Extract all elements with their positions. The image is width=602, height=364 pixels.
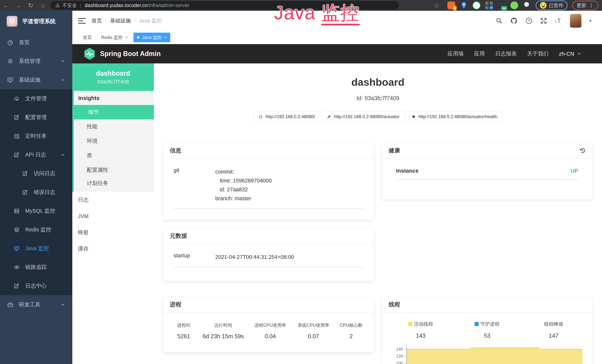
sba-nav-applications[interactable]: 应用 [474,50,485,57]
browser-reload-icon[interactable]: ↻ [24,2,37,9]
sidebar-item-file-manage[interactable]: 文件管理 [0,89,72,108]
address-separator: | [80,3,81,8]
sidebar-item-infra[interactable]: 基础设施 [0,70,72,89]
extension-icon-5[interactable] [510,1,518,9]
info-git-label: git [173,167,215,203]
sidebar-item-access-log[interactable]: 访问日志 [0,164,72,183]
browser-update-button[interactable]: 更新 ⋮ [572,1,598,10]
sidebar-item-api-log[interactable]: API 日志 [0,145,72,164]
edit-icon [22,189,28,195]
github-icon[interactable] [510,17,518,24]
legend-yellow-swatch [408,322,412,326]
insight-item-scheduled-tasks[interactable]: 计划任务 [74,177,154,192]
extension-puzzle-icon[interactable] [523,1,531,9]
sidebar-item-redis-monitor[interactable]: Redis 监控 [0,220,72,239]
process-header-uptime: 运行时间 [199,322,248,328]
profile-emoji-avatar [540,2,547,9]
instance-item-jvm[interactable]: JVM [72,208,154,224]
breadcrumb-current: Java 监控 [139,17,162,24]
sba-nav-wallboard[interactable]: 应用墙 [448,50,464,57]
sidebar-item-label: 文件管理 [25,95,65,102]
sidebar-item-home[interactable]: 首页 [0,33,72,52]
instance-item-logs[interactable]: 日志 [72,192,154,208]
main-content: dashboard Id: 93a3fc7f7409 http://192.16… [154,64,602,364]
sidebar-item-label: 定时任务 [25,132,65,140]
sidebar-item-label: 系统管理 [19,57,55,65]
insight-item-environment[interactable]: 环境 [74,134,154,148]
hamburger-icon[interactable] [78,17,86,25]
actuator-url-button[interactable]: http://192.168.0.2:48080/actuator [322,111,405,122]
user-avatar[interactable] [570,14,581,28]
tab-label: Java 监控 [142,34,161,40]
sba-brand[interactable]: Spring Boot Admin [84,47,161,60]
sidebar-item-label: 研发工具 [19,301,55,308]
sidebar-item-log-center[interactable]: 日志中心 [0,277,72,295]
browser-back-icon[interactable]: ← [0,2,12,9]
sidebar-item-trace[interactable]: 链路追踪 [0,258,72,277]
process-value-uptime: 6d 23h 15m 59s [199,333,248,340]
tab-java-monitor[interactable]: Java 监控 × [133,33,170,42]
sidebar-item-java-monitor[interactable]: Java 监控 [0,239,72,258]
metadata-startup-label: startup [173,253,215,261]
breadcrumb-infra[interactable]: 基础设施 [110,17,131,24]
fullscreen-icon[interactable] [540,17,547,24]
insight-item-details[interactable]: 细节 [74,105,154,119]
extension-icon-3[interactable] [485,1,493,9]
history-icon[interactable] [579,147,586,154]
security-label: 不安全 [62,2,77,9]
process-value-pid: 5261 [169,333,199,340]
health-instance-row: Instance UP [396,160,578,180]
close-icon[interactable]: × [164,35,167,40]
tab-home[interactable]: 首页 [79,33,95,42]
insight-item-config-props[interactable]: 配置属性 [74,163,154,177]
tab-redis-monitor[interactable]: Redis 监控 × [97,33,131,42]
font-size-icon[interactable] [555,17,562,24]
threads-card-title: 线程 [389,300,400,308]
bookmark-star-icon[interactable]: ☆ [430,2,442,9]
legend-live-value: 143 [387,332,454,339]
close-icon[interactable]: × [125,35,128,40]
extension-pin-icon[interactable] [460,1,468,9]
extension-icon-2[interactable] [473,1,480,9]
instance-item-mappings[interactable]: 映射 [72,224,154,241]
sidebar-item-mysql-monitor[interactable]: MySQL 监控 [0,202,72,220]
sidebar-item-config-manage[interactable]: 配置管理 [0,108,72,127]
search-icon[interactable] [496,17,502,24]
health-url-button[interactable]: http://192.168.0.2:48080/actuator/health [406,111,502,122]
sidebar-item-dev-tools[interactable]: 研发工具 [0,295,72,314]
sidebar-item-error-log[interactable]: 错误日志 [0,183,72,202]
sba-nav-journal[interactable]: 日志报表 [495,50,517,57]
process-table: 进程ID5261 运行时间6d 23h 15m 59s 进程CPU使用率0.04… [163,313,374,340]
update-label: 更新 [577,2,586,9]
extension-icon-1[interactable]: 1 [447,1,455,9]
instance-header[interactable]: dashboard 93a3fc7f7409 [72,64,154,91]
sidebar-item-label: Java 监控 [25,245,65,252]
sidebar-item-scheduled-jobs[interactable]: 定时任务 [0,127,72,145]
sidebar-item-system[interactable]: 系统管理 [0,52,72,70]
database-icon [14,208,20,214]
metadata-startup-row: startup 2021-04-27T00:44:31.254+08:00 [173,245,363,268]
service-url: http://192.168.0.2:48080/ [266,114,315,119]
instance-item-caches[interactable]: 缓存 [72,241,154,257]
service-url-button[interactable]: http://192.168.0.2:48080/ [253,111,320,122]
profile-paused-pill[interactable]: 已暂停 [536,0,568,10]
instance-link-row: http://192.168.0.2:48080/ http://192.168… [154,111,602,122]
sba-nav-about[interactable]: 关于我们 [527,50,548,57]
instance-sidebar: dashboard 93a3fc7f7409 Insights 细节 性能 环境… [72,64,154,364]
insight-item-performance[interactable]: 性能 [74,119,154,134]
browser-forward-icon[interactable]: → [12,2,24,9]
insights-group-label: Insights [74,91,154,105]
sidebar-item-label: 基础设施 [19,76,55,84]
breadcrumb-home[interactable]: 首页 [92,17,102,24]
page-id-line: Id: 93a3fc7f7409 [154,95,602,102]
legend-daemon-value: 53 [454,332,520,339]
help-icon[interactable] [526,17,532,24]
breadcrumb: 首页 / 基础设施 / Java 监控 [92,17,162,24]
extension-icon-4[interactable]: on [498,1,505,9]
browser-home-icon[interactable]: ⌂ [37,2,49,9]
avatar-caret-icon[interactable]: ▾ [589,18,592,24]
sidebar-item-label: 访问日志 [34,170,65,177]
insight-item-classes[interactable]: 类 [74,148,154,163]
sba-locale-select[interactable]: zh-CN [559,51,582,57]
browser-menu-icon[interactable]: ⋮ [589,2,594,9]
